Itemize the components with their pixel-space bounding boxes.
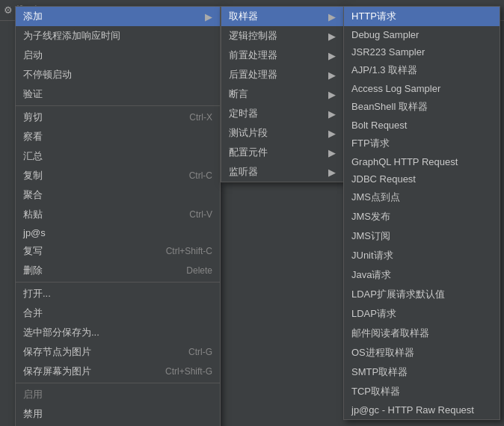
access-log-sampler-label: Access Log Sampler: [351, 83, 440, 94]
menu-item-rewrite[interactable]: 复写 Ctrl+Shift-C: [16, 241, 220, 261]
java-request-label: Java请求: [351, 268, 391, 282]
ldap-extend-label: LDAP扩展请求默认值: [351, 288, 445, 301]
menu-item-summary[interactable]: 汇总: [16, 146, 220, 166]
menu-item-ldap-request[interactable]: LDAP请求: [344, 304, 500, 324]
summary-menu-label: 汇总: [23, 149, 43, 163]
context-menu-level1: 添加 ▶ 为子线程添加响应时间 启动 不停顿启动 验证 剪切 Ctrl-X 察看…: [15, 6, 221, 426]
paste-shortcut: Ctrl-V: [189, 209, 212, 220]
menu-item-jp-http-raw[interactable]: jp@gc - HTTP Raw Request: [344, 401, 500, 419]
menu-item-listener[interactable]: 监听器 ▶: [221, 162, 343, 182]
ajp-sampler-label: AJP/1.3 取样器: [351, 64, 417, 77]
sampler-arrow: ▶: [328, 11, 336, 22]
aggregate-menu-label: 聚合: [23, 188, 43, 202]
validate-label: 验证: [23, 87, 43, 101]
assertion-label: 断言: [229, 87, 248, 101]
menu-item-pre-processor[interactable]: 前置处理器 ▶: [221, 46, 343, 65]
assertion-arrow: ▶: [328, 89, 336, 100]
no-stop-start-label: 不停顿启动: [23, 68, 72, 81]
menu-item-java-request[interactable]: Java请求: [344, 265, 500, 285]
jp-s-label: jp@s: [23, 227, 46, 238]
delete-shortcut: Delete: [186, 265, 212, 276]
left-sidebar: [0, 21, 15, 426]
menu-item-timer[interactable]: 定时器 ▶: [221, 104, 343, 123]
timer-label: 定时器: [229, 107, 258, 120]
menu-item-validate[interactable]: 验证: [16, 84, 220, 104]
menu-item-junit-request[interactable]: JUnit请求: [344, 246, 500, 265]
menu-item-jsr223-sampler[interactable]: JSR223 Sampler: [344, 43, 500, 61]
menu-item-post-processor[interactable]: 后置处理器 ▶: [221, 65, 343, 84]
menu-item-bolt-request[interactable]: Bolt Request: [344, 117, 500, 134]
menu-item-add-response-time[interactable]: 为子线程添加响应时间: [16, 26, 220, 46]
menu-item-http-request[interactable]: HTTP请求: [344, 7, 500, 26]
enable-section-label: 启用: [23, 388, 43, 401]
disable-label: 禁用: [23, 407, 43, 421]
rewrite-shortcut: Ctrl+Shift-C: [166, 246, 212, 256]
menu-item-no-stop-start[interactable]: 不停顿启动: [16, 65, 220, 84]
post-processor-arrow: ▶: [328, 70, 336, 81]
menu-item-sampler[interactable]: 取样器 ▶: [221, 7, 343, 26]
menu-item-paste[interactable]: 粘贴 Ctrl-V: [16, 205, 220, 224]
menu-item-disable[interactable]: 禁用: [16, 404, 220, 424]
os-process-label: OS进程取样器: [351, 346, 414, 359]
post-processor-label: 后置处理器: [229, 68, 277, 81]
menu-item-cut[interactable]: 剪切 Ctrl-X: [16, 108, 220, 127]
menu-item-jms-subscribe[interactable]: JMS订阅: [344, 226, 500, 246]
menu-item-copy[interactable]: 复制 Ctrl-C: [16, 166, 220, 185]
tcp-sampler-label: TCP取样器: [351, 385, 400, 398]
menu-item-save-node-img[interactable]: 保存节点为图片 Ctrl-G: [16, 342, 220, 362]
config-label: 配置元件: [229, 146, 268, 159]
menu-item-ftp-request[interactable]: FTP请求: [344, 134, 500, 153]
listener-label: 监听器: [229, 165, 258, 179]
menu-item-merge[interactable]: 合并: [16, 303, 220, 323]
open-label: 打开...: [23, 287, 51, 300]
menu-item-jms-publish[interactable]: JMS发布: [344, 207, 500, 226]
jp-http-raw-label: jp@gc - HTTP Raw Request: [351, 404, 474, 416]
menu-item-start[interactable]: 启动: [16, 46, 220, 65]
menu-item-jp-json-xml[interactable]: jp@gc - JSON to XML Converter: [344, 419, 500, 420]
jsr223-sampler-label: JSR223 Sampler: [351, 46, 425, 58]
pre-processor-arrow: ▶: [328, 50, 336, 61]
menu-item-ldap-extend[interactable]: LDAP扩展请求默认值: [344, 285, 500, 304]
menu-item-smtp-sampler[interactable]: SMTP取样器: [344, 362, 500, 382]
observe-menu-label: 察看: [23, 130, 43, 143]
beanshell-sampler-label: BeanShell 取样器: [351, 100, 428, 114]
menu-item-open[interactable]: 打开...: [16, 284, 220, 303]
menu-item-os-process[interactable]: OS进程取样器: [344, 343, 500, 362]
menu-item-observe[interactable]: 察看: [16, 127, 220, 146]
bolt-request-label: Bolt Request: [351, 120, 407, 131]
menu-item-add[interactable]: 添加 ▶: [16, 7, 220, 26]
menu-item-ajp-sampler[interactable]: AJP/1.3 取样器: [344, 61, 500, 80]
jms-publish-label: JMS发布: [351, 210, 390, 223]
pre-processor-label: 前置处理器: [229, 49, 277, 62]
menu-item-save-part[interactable]: 选中部分保存为...: [16, 323, 220, 342]
config-arrow: ▶: [328, 147, 336, 158]
menu-item-config[interactable]: 配置元件 ▶: [221, 143, 343, 162]
menu-item-access-log-sampler[interactable]: Access Log Sampler: [344, 80, 500, 97]
test-snippet-label: 测试片段: [229, 126, 268, 140]
start-label: 启动: [23, 49, 43, 62]
cut-shortcut: Ctrl-X: [189, 112, 212, 123]
menu-item-beanshell-sampler[interactable]: BeanShell 取样器: [344, 97, 500, 117]
menu-item-logic-ctrl[interactable]: 逻辑控制器 ▶: [221, 26, 343, 46]
menu-item-aggregate[interactable]: 聚合: [16, 185, 220, 205]
timer-arrow: ▶: [328, 108, 336, 120]
graphql-http-request-label: GraphQL HTTP Request: [351, 156, 458, 167]
menu-item-delete[interactable]: 删除 Delete: [16, 261, 220, 280]
menu-item-mail-reader[interactable]: 邮件阅读者取样器: [344, 324, 500, 343]
save-node-img-label: 保存节点为图片: [23, 345, 91, 359]
menu-item-debug-sampler[interactable]: Debug Sampler: [344, 26, 500, 43]
menu-item-assertion[interactable]: 断言 ▶: [221, 84, 343, 104]
menu-item-test-snippet[interactable]: 测试片段 ▶: [221, 123, 343, 143]
ldap-request-label: LDAP请求: [351, 307, 396, 321]
separator-2: [16, 282, 220, 283]
menu-item-jp-s[interactable]: jp@s: [16, 224, 220, 241]
menu-item-tcp-sampler[interactable]: TCP取样器: [344, 382, 500, 401]
save-part-label: 选中部分保存为...: [23, 326, 99, 339]
jms-subscribe-label: JMS订阅: [351, 229, 390, 243]
menu-item-jms-point[interactable]: JMS点到点: [344, 188, 500, 207]
ftp-request-label: FTP请求: [351, 137, 390, 150]
submenu-arrow-add: ▶: [205, 11, 212, 22]
menu-item-save-screen-img[interactable]: 保存屏幕为图片 Ctrl+Shift-G: [16, 362, 220, 381]
menu-item-jdbc-request[interactable]: JDBC Request: [344, 170, 500, 188]
menu-item-graphql-http-request[interactable]: GraphQL HTTP Request: [344, 153, 500, 170]
